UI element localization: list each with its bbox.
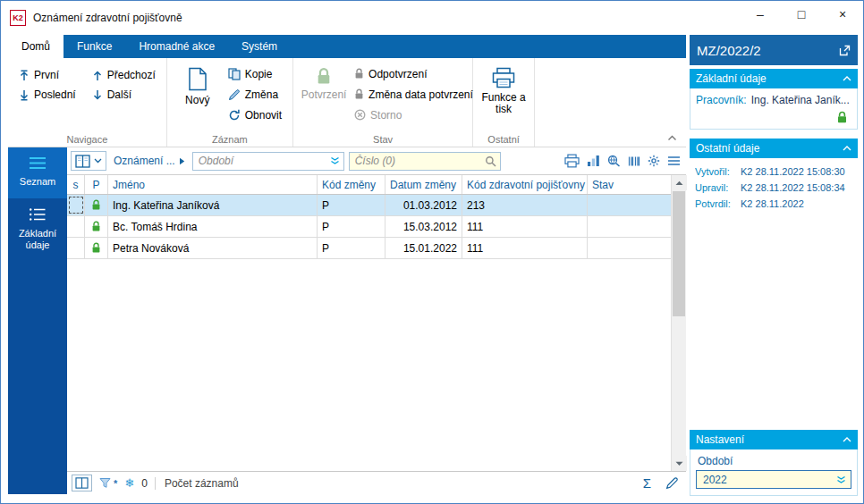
previous-button[interactable]: Předchozí (87, 67, 161, 83)
scroll-down-arrow[interactable] (672, 456, 687, 471)
filter-funnel-icon[interactable] (99, 477, 111, 489)
cell-stav (588, 238, 671, 258)
header-s[interactable]: s (67, 175, 85, 194)
table-row[interactable]: Petra Nováková P 15.01.2022 111 (67, 238, 671, 259)
section-body-nastaveni: Období (690, 449, 858, 496)
chart-icon[interactable] (587, 155, 600, 167)
section-zakladni-udaje: Základní údaje Pracovník: Ing. Kateřina … (690, 69, 858, 130)
menu-icon[interactable] (667, 155, 681, 166)
unconfirm-button[interactable]: Odpotvrzení (349, 63, 467, 84)
view-selector[interactable]: Oznámení ... (111, 155, 188, 167)
header-datum-zmeny[interactable]: Datum změny (385, 175, 462, 194)
triangle-right-icon (179, 157, 185, 165)
confirmed-value: K2 28.11.2022 (741, 196, 804, 212)
minimize-button[interactable]: – (740, 1, 781, 28)
sum-sigma-icon[interactable]: Σ (643, 475, 651, 491)
vertical-scrollbar[interactable] (671, 175, 686, 471)
gear-icon[interactable] (648, 155, 660, 167)
chevron-up-icon[interactable] (843, 146, 851, 151)
scroll-up-arrow[interactable] (672, 175, 687, 190)
pencil-icon (228, 88, 241, 101)
last-button[interactable]: Poslední (13, 87, 81, 103)
tab-system[interactable]: Systém (228, 35, 291, 58)
table-row[interactable]: Bc. Tomáš Hrdina P 15.03.2012 111 (67, 216, 671, 238)
section-body-ostatni: Vytvořil: K2 28.11.2022 15:08:30 Upravil… (690, 158, 858, 215)
sidebar-item-zakladni-udaje[interactable]: Základní údaje (8, 198, 67, 262)
double-chevron-down-icon[interactable] (330, 156, 340, 165)
scrollbar-thumb[interactable] (673, 191, 685, 316)
frozen-count: 0 (141, 477, 148, 490)
snowflake-icon[interactable]: ❄ (124, 476, 134, 490)
cell-datum-zmeny: 01.03.2012 (385, 195, 462, 215)
app-logo-icon: K2 (10, 10, 26, 26)
copy-icon (228, 68, 241, 80)
sidebar-item-seznam-label: Seznam (20, 176, 55, 188)
lock-green-icon (836, 111, 848, 124)
lock-green-icon (91, 242, 101, 254)
table-row[interactable]: Ing. Kateřina Janíková P 01.03.2012 213 (67, 195, 671, 216)
updated-label: Upravil: (695, 180, 736, 196)
double-chevron-down-icon[interactable] (836, 475, 846, 484)
lock-green-icon (91, 199, 101, 211)
ribbon: První Předchozí Poslední (8, 58, 686, 147)
edit-pencil-icon[interactable] (665, 476, 679, 490)
change-confirm-date-button[interactable]: Změna data potvrzení (349, 84, 467, 105)
copy-button[interactable]: Kopie (223, 63, 287, 84)
refresh-button[interactable]: Obnovit (223, 105, 287, 125)
open-external-icon[interactable] (839, 45, 851, 56)
section-header-zakladni[interactable]: Základní údaje (690, 69, 858, 88)
period-filter-input[interactable] (197, 154, 330, 168)
lock-gray-icon (354, 88, 364, 100)
group-label-navigace: Navigace (8, 134, 166, 145)
header-kod-zmeny[interactable]: Kód změny (318, 175, 385, 194)
grid-toolbar: Oznámení ... (67, 147, 686, 174)
tab-domu[interactable]: Domů (8, 35, 64, 58)
change-label: Změna (245, 88, 278, 101)
section-header-ostatni[interactable]: Ostatní údaje (690, 139, 858, 158)
number-search-input[interactable] (353, 154, 485, 168)
first-button[interactable]: První (13, 67, 81, 83)
new-document-icon (188, 67, 208, 91)
copy-label: Kopie (245, 68, 273, 80)
search-analysis-icon[interactable] (607, 155, 621, 167)
table-header-row: s P Jméno Kód změny Datum změny Kód zdra… (67, 175, 671, 195)
view-selector-label: Oznámení ... (114, 155, 175, 167)
functions-print-button[interactable]: Funkce a tisk (479, 62, 529, 115)
section-title: Základní údaje (696, 72, 767, 85)
view-mode-button[interactable] (71, 151, 106, 171)
confirmed-label: Potvrdil: (695, 196, 736, 212)
section-header-nastaveni[interactable]: Nastavení (690, 430, 858, 449)
columns-toggle-button[interactable] (72, 475, 92, 491)
next-button[interactable]: Další (87, 87, 161, 103)
tab-funkce[interactable]: Funkce (64, 35, 125, 58)
updated-value: K2 28.11.2022 15:08:34 (741, 180, 845, 196)
chevron-up-icon[interactable] (843, 437, 851, 442)
cell-kod-zmeny: P (318, 238, 385, 258)
collapse-ribbon-icon[interactable] (667, 135, 677, 141)
section-body-zakladni: Pracovník: Ing. Kateřina Janík... (690, 88, 858, 130)
header-p[interactable]: P (85, 175, 108, 194)
confirm-button[interactable]: Potvrzení (299, 62, 349, 132)
period-combo-input[interactable] (701, 473, 836, 487)
header-stav[interactable]: Stav (588, 175, 671, 194)
records-table: s P Jméno Kód změny Datum změny Kód zdra… (67, 175, 671, 471)
list-menu-icon (29, 156, 47, 170)
previous-label: Předchozí (107, 69, 156, 81)
storno-button[interactable]: Storno (349, 105, 467, 125)
change-button[interactable]: Změna (223, 84, 287, 105)
statusbar-right-icons: Σ (643, 475, 679, 491)
header-jmeno[interactable]: Jméno (108, 175, 318, 194)
close-button[interactable]: × (822, 1, 863, 28)
magnifier-icon[interactable] (485, 155, 496, 167)
header-kod-pojistovny[interactable]: Kód zdravotní pojišťovny (462, 175, 588, 194)
first-label: První (34, 69, 59, 81)
unconfirm-label: Odpotvrzení (368, 68, 427, 80)
chevron-up-icon[interactable] (843, 76, 851, 81)
maximize-button[interactable]: □ (781, 1, 822, 28)
sidebar-item-seznam[interactable]: Seznam (8, 147, 67, 198)
barcode-icon[interactable] (628, 155, 640, 167)
print-icon[interactable] (564, 154, 580, 168)
tab-hromadne-akce[interactable]: Hromadné akce (125, 35, 228, 58)
cell-jmeno: Petra Nováková (108, 238, 318, 258)
new-button[interactable]: Nový (173, 62, 223, 132)
